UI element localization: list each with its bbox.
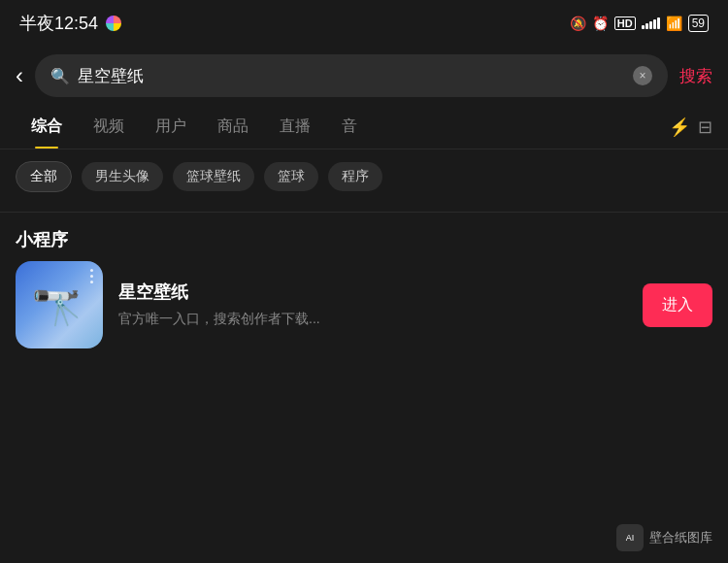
tag-basketball-wallpaper[interactable]: 篮球壁纸 — [173, 162, 254, 191]
tab-live[interactable]: 直播 — [264, 105, 326, 149]
search-input[interactable]: 星空壁纸 — [78, 65, 625, 87]
tag-male-avatar[interactable]: 男生头像 — [82, 162, 163, 191]
mute-icon: 🔕 — [570, 16, 586, 31]
search-button[interactable]: 搜索 — [679, 65, 712, 87]
status-time: 半夜12:54 — [19, 12, 121, 35]
status-icons: 🔕 ⏰ HD 📶 59 — [570, 15, 709, 32]
tag-all[interactable]: 全部 — [16, 161, 72, 192]
quark-logo-icon — [106, 16, 121, 31]
tab-filter: ⚡ ⊟ — [669, 116, 712, 138]
time-text: 半夜12:54 — [19, 12, 98, 35]
tags-row: 全部 男生头像 篮球壁纸 篮球 程序 — [0, 149, 728, 204]
mini-program-card[interactable]: 🔭 星空壁纸 官方唯一入口，搜索创作者下载... 进入 — [16, 261, 712, 348]
tab-bar: 综合 视频 用户 商品 直播 音 ⚡ ⊟ — [0, 105, 728, 149]
tab-comprehensive[interactable]: 综合 — [16, 105, 78, 149]
search-icon: 🔍 — [50, 67, 70, 85]
tab-video[interactable]: 视频 — [78, 105, 140, 149]
mini-program-name: 星空壁纸 — [118, 281, 627, 304]
search-input-wrap[interactable]: 🔍 星空壁纸 × — [35, 54, 668, 97]
hd-label: HD — [614, 17, 636, 30]
tab-user[interactable]: 用户 — [140, 105, 202, 149]
tab-audio[interactable]: 音 — [326, 105, 373, 149]
search-area: ‹ 🔍 星空壁纸 × 搜索 — [0, 47, 728, 105]
battery-level: 59 — [692, 17, 705, 30]
mini-program-description: 官方唯一入口，搜索创作者下载... — [118, 310, 627, 329]
tag-basketball[interactable]: 篮球 — [264, 162, 318, 191]
tag-program[interactable]: 程序 — [328, 162, 382, 191]
watermark-text: 壁合纸图库 — [649, 529, 712, 546]
watermark-logo: AI — [616, 524, 644, 551]
clear-button[interactable]: × — [633, 66, 652, 85]
filter-icon[interactable]: ⚡ — [669, 116, 690, 138]
alarm-icon: ⏰ — [592, 16, 609, 31]
watermark: AI 壁合纸图库 — [616, 524, 712, 551]
telescope-icon: 🔭 — [27, 274, 91, 336]
section-title: 小程序 — [0, 213, 728, 261]
back-button[interactable]: ‹ — [16, 62, 23, 89]
enter-button[interactable]: 进入 — [643, 283, 712, 327]
star-decoration — [90, 269, 93, 283]
status-bar: 半夜12:54 🔕 ⏰ HD 📶 59 — [0, 0, 728, 47]
mini-program-info: 星空壁纸 官方唯一入口，搜索创作者下载... — [118, 281, 627, 329]
wifi-icon: 📶 — [666, 16, 682, 31]
battery-indicator: 59 — [688, 15, 709, 32]
funnel-icon[interactable]: ⊟ — [698, 116, 712, 138]
signal-icon — [642, 17, 660, 29]
mini-program-icon: 🔭 — [16, 261, 103, 348]
tab-goods[interactable]: 商品 — [202, 105, 264, 149]
